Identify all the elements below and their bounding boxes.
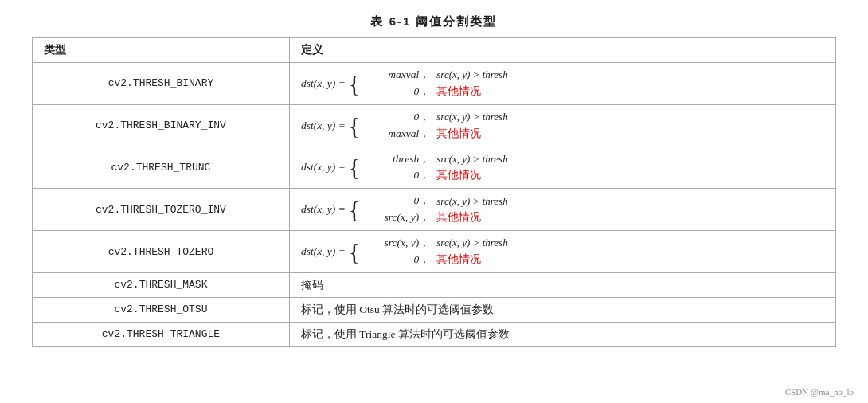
cell-type: cv2.THRESH_BINARY xyxy=(33,63,290,105)
case-condition: src(x, y) > thresh xyxy=(436,110,507,124)
case-value: 0， xyxy=(366,110,430,125)
formula-case: 0，其他情况 xyxy=(366,252,507,268)
formula-case: 0，src(x, y) > thresh xyxy=(366,194,507,209)
cell-type: cv2.THRESH_TOZERO xyxy=(33,231,290,273)
case-value: 0， xyxy=(366,84,430,100)
table-row: cv2.THRESH_BINARY_INVdst(x, y) = {0，src(… xyxy=(33,104,836,147)
case-condition: 其他情况 xyxy=(436,210,481,225)
cell-type: cv2.THRESH_BINARY_INV xyxy=(33,104,290,147)
formula-lhs: dst(x, y) = xyxy=(301,119,346,132)
table-row: cv2.THRESH_TOZERO_INVdst(x, y) = {0，src(… xyxy=(33,189,836,231)
case-condition: src(x, y) > thresh xyxy=(436,152,507,166)
formula-brace: { xyxy=(349,240,360,264)
formula-cases: thresh，src(x, y) > thresh0，其他情况 xyxy=(366,152,507,184)
formula-case: src(x, y)，src(x, y) > thresh xyxy=(366,236,507,251)
simple-def-text: 掩码 xyxy=(301,279,323,291)
header-def: 定义 xyxy=(289,38,835,63)
case-condition: 其他情况 xyxy=(436,127,481,142)
formula-brace: { xyxy=(349,114,360,138)
cell-type: cv2.THRESH_TRIANGLE xyxy=(33,322,290,346)
cell-type: cv2.THRESH_TRUNC xyxy=(33,147,290,189)
case-condition: src(x, y) > thresh xyxy=(436,194,507,209)
formula-brace: { xyxy=(349,155,360,179)
table-row: cv2.THRESH_TRIANGLE标记，使用 Triangle 算法时的可选… xyxy=(33,322,836,346)
formula-case: 0，其他情况 xyxy=(366,168,507,183)
formula-brace: { xyxy=(349,72,360,96)
formula-case: 0，其他情况 xyxy=(366,84,507,100)
case-value: src(x, y)， xyxy=(366,236,430,251)
formula-cases: src(x, y)，src(x, y) > thresh0，其他情况 xyxy=(366,236,507,268)
table-row: cv2.THRESH_MASK掩码 xyxy=(33,272,836,297)
main-table: 类型 定义 cv2.THRESH_BINARYdst(x, y) = {maxv… xyxy=(32,37,836,347)
cell-def: dst(x, y) = {0，src(x, y) > threshsrc(x, … xyxy=(289,189,835,231)
watermark: CSDN @ma_no_lo xyxy=(785,387,854,397)
table-row: cv2.THRESH_TOZEROdst(x, y) = {src(x, y)，… xyxy=(33,231,836,273)
case-value: 0， xyxy=(366,194,430,209)
formula-case: maxval，其他情况 xyxy=(366,127,507,142)
case-condition: src(x, y) > thresh xyxy=(436,68,507,82)
case-value: thresh， xyxy=(366,152,430,167)
simple-def-text: 标记，使用 Otsu 算法时的可选阈值参数 xyxy=(301,303,494,315)
case-value: maxval， xyxy=(366,68,430,83)
formula-lhs: dst(x, y) = xyxy=(301,203,346,216)
case-value: src(x, y)， xyxy=(366,210,430,225)
formula-lhs: dst(x, y) = xyxy=(301,161,346,174)
cell-def: 掩码 xyxy=(289,272,835,297)
formula-cases: 0，src(x, y) > threshsrc(x, y)，其他情况 xyxy=(366,194,507,225)
table-title: 表 6-1 阈值分割类型 xyxy=(370,14,497,29)
table-row: cv2.THRESH_BINARYdst(x, y) = {maxval，src… xyxy=(33,63,836,105)
formula-brace: { xyxy=(349,198,360,221)
formula-case: 0，src(x, y) > thresh xyxy=(366,110,507,125)
table-row: cv2.THRESH_TRUNCdst(x, y) = {thresh，src(… xyxy=(33,147,836,189)
cell-def: dst(x, y) = {maxval，src(x, y) > thresh0，… xyxy=(289,63,835,105)
case-condition: src(x, y) > thresh xyxy=(436,236,507,250)
cell-def: dst(x, y) = {src(x, y)，src(x, y) > thres… xyxy=(289,231,835,273)
case-condition: 其他情况 xyxy=(436,252,481,268)
formula-lhs: dst(x, y) = xyxy=(301,245,346,258)
formula-case: src(x, y)，其他情况 xyxy=(366,210,507,225)
formula-cases: maxval，src(x, y) > thresh0，其他情况 xyxy=(366,68,507,100)
cell-def: dst(x, y) = {thresh，src(x, y) > thresh0，… xyxy=(289,147,835,189)
case-condition: 其他情况 xyxy=(436,84,481,100)
cell-type: cv2.THRESH_MASK xyxy=(33,272,290,297)
cell-def: dst(x, y) = {0，src(x, y) > threshmaxval，… xyxy=(289,104,835,147)
cell-type: cv2.THRESH_OTSU xyxy=(33,297,290,322)
case-value: 0， xyxy=(366,252,430,268)
cell-type: cv2.THRESH_TOZERO_INV xyxy=(33,189,290,231)
formula-case: thresh，src(x, y) > thresh xyxy=(366,152,507,167)
case-condition: 其他情况 xyxy=(436,168,481,183)
table-row: cv2.THRESH_OTSU标记，使用 Otsu 算法时的可选阈值参数 xyxy=(33,297,836,322)
case-value: 0， xyxy=(366,168,430,183)
case-value: maxval， xyxy=(366,127,430,142)
formula-cases: 0，src(x, y) > threshmaxval，其他情况 xyxy=(366,110,507,142)
header-type: 类型 xyxy=(33,38,290,63)
formula-lhs: dst(x, y) = xyxy=(301,77,346,90)
simple-def-text: 标记，使用 Triangle 算法时的可选阈值参数 xyxy=(301,328,510,340)
formula-case: maxval，src(x, y) > thresh xyxy=(366,68,507,83)
cell-def: 标记，使用 Otsu 算法时的可选阈值参数 xyxy=(289,297,835,322)
cell-def: 标记，使用 Triangle 算法时的可选阈值参数 xyxy=(289,322,835,346)
